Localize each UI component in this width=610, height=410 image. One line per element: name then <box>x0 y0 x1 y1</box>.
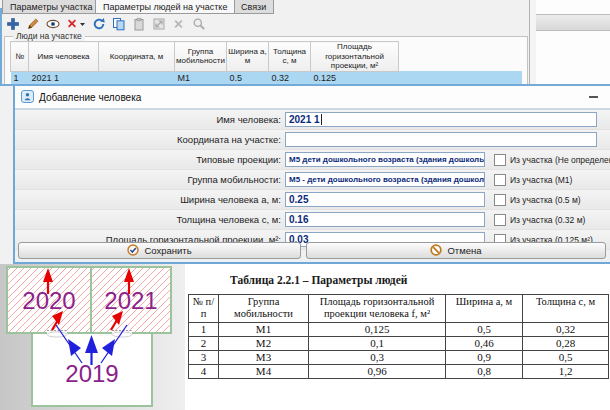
tab-label: Параметры людей на участке <box>103 2 227 12</box>
cancel-icon <box>430 244 442 258</box>
dialog-title-bar[interactable]: Добавление человека <box>15 86 610 110</box>
col-depth: Толщина с, м <box>269 42 311 72</box>
doc-col-area: Площадь горизонтальной проекции человека… <box>309 295 446 323</box>
people-groupbox: Люди на участке № Имя человека Координат… <box>4 36 528 86</box>
typical-projections-dropdown[interactable]: М5 дети дошкольного возраста (здания дош… <box>285 152 485 167</box>
name-input[interactable]: 2021 1 <box>285 112 597 127</box>
tab-site-params[interactable]: Параметры участка <box>2 0 100 14</box>
field-row-width: Ширина человека а, м: 0.25 Из участка (0… <box>15 190 610 210</box>
field-label: Группа мобильности: <box>15 174 285 185</box>
doc-col-num: № п/п <box>189 295 219 323</box>
dropdown-value: М5 дети дошкольного возраста (здания дош… <box>289 155 485 164</box>
width-input[interactable]: 0.25 <box>285 192 485 207</box>
depth-input[interactable]: 0.16 <box>285 212 485 227</box>
tab-label: Параметры участка <box>10 2 92 12</box>
main-window: Параметры участка Параметры людей на уча… <box>0 0 529 84</box>
from-site-checkbox-depth[interactable]: Из участка (0.32 м) <box>494 214 585 226</box>
year-label-2020: 2020 <box>22 287 75 314</box>
doc-table-row: 1 М1 0,125 0,5 0,32 <box>189 322 609 336</box>
from-site-checkbox-projections[interactable]: Из участка (Не определено) <box>494 154 610 166</box>
col-width: Ширина а, м <box>227 42 269 72</box>
view-eye-icon[interactable] <box>44 16 61 33</box>
refresh-icon[interactable] <box>90 16 107 33</box>
table-caption: Таблица 2.2.1 – Параметры людей <box>230 274 407 286</box>
field-row-mobility-group: Группа мобильности: М5 - дети дошкольног… <box>15 170 610 190</box>
doc-table-row: 3 М3 0,3 0,9 0,5 <box>189 350 609 364</box>
doc-table-row: 2 М2 0,1 0,46 0,28 <box>189 336 609 350</box>
cell-name: 2021 1 <box>29 71 99 85</box>
panel-strip <box>536 14 610 31</box>
dropdown-value: М5 - дети дошкольного возраста (здания д… <box>289 175 485 184</box>
coordinate-input[interactable] <box>285 132 597 147</box>
clear-icon <box>170 16 187 33</box>
paste-icon <box>130 16 147 33</box>
input-value: 0.25 <box>289 194 308 205</box>
side-panel <box>536 0 610 84</box>
add-icon[interactable] <box>4 16 21 33</box>
input-value: 2021 1 <box>289 114 320 125</box>
save-label: Сохранить <box>144 245 191 256</box>
tab-links[interactable]: Связи <box>233 0 274 14</box>
cancel-label: Отмена <box>447 245 481 256</box>
doc-col-group: Группа мобильности <box>219 295 309 323</box>
cancel-button[interactable]: Отмена <box>306 242 606 259</box>
zoom-icon <box>190 16 207 33</box>
col-group: Группа мобильности <box>175 42 227 72</box>
col-area: Площадь горизонтальной проекции, м² <box>311 42 399 72</box>
checkbox-icon <box>494 214 506 226</box>
mobility-group-dropdown[interactable]: М5 - дети дошкольного возраста (здания д… <box>285 172 485 187</box>
checkbox-label: Из участка (0.5 м) <box>510 195 581 205</box>
evacuation-diagram: 2020 2021 2019 <box>0 264 185 410</box>
cell-area: 0.125 <box>311 71 399 85</box>
col-coord: Координата, м <box>99 42 175 72</box>
document-area: Таблица 2.2.1 – Параметры людей № п/п Гр… <box>185 264 610 410</box>
cell-num: 1 <box>11 71 29 85</box>
window-border <box>0 8 2 84</box>
people-table-header: № Имя человека Координата, м Группа моби… <box>11 42 523 72</box>
doc-col-depth: Толщина с, м <box>523 295 609 323</box>
delete-icon[interactable] <box>64 16 87 33</box>
doc-col-width: Ширина а, м <box>446 295 523 323</box>
save-button[interactable]: Сохранить <box>18 242 301 259</box>
edit-pencil-icon[interactable] <box>24 16 41 33</box>
doc-table-header: № п/п Группа мобильности Площадь горизон… <box>189 295 609 323</box>
field-row-coordinate: Координата на участке: <box>15 130 610 150</box>
copy-icon[interactable] <box>110 16 127 33</box>
from-site-checkbox-width[interactable]: Из участка (0.5 м) <box>494 194 581 206</box>
field-row-depth: Толщина человека с, м: 0.16 Из участка (… <box>15 210 610 230</box>
cell-depth: 0.32 <box>269 71 311 85</box>
screen: Параметры участка Параметры людей на уча… <box>0 0 610 410</box>
field-label: Типовые проекции: <box>15 154 285 165</box>
tab-label: Связи <box>241 2 266 12</box>
text-cursor <box>321 114 322 125</box>
col-num: № <box>11 42 29 72</box>
from-site-checkbox-mobility[interactable]: Из участка (М1) <box>494 174 572 186</box>
checkbox-label: Из участка (Не определено) <box>510 155 610 165</box>
field-label: Ширина человека а, м: <box>15 194 285 205</box>
field-label: Толщина человека с, м: <box>15 214 285 225</box>
people-table: № Имя человека Координата, м Группа моби… <box>10 41 522 85</box>
groupbox-title: Люди на участке <box>13 31 85 41</box>
field-row-name: Имя человека: 2021 1 <box>15 110 610 130</box>
save-check-icon <box>127 244 139 258</box>
fit-icon <box>150 16 167 33</box>
field-label: Координата на участке: <box>15 134 285 145</box>
table-row[interactable]: 1 2021 1 М1 0.5 0.32 0.125 <box>11 71 523 85</box>
col-name: Имя человека <box>29 42 99 72</box>
dialog-icon <box>21 90 34 105</box>
document-table: № п/п Группа мобильности Площадь горизон… <box>188 294 609 379</box>
cell-width: 0.5 <box>227 71 269 85</box>
checkbox-icon <box>494 154 506 166</box>
tab-people-params[interactable]: Параметры людей на участке <box>95 0 235 14</box>
checkbox-label: Из участка (0.32 м) <box>510 215 585 225</box>
minimize-icon[interactable] <box>589 96 598 98</box>
cell-coord <box>99 71 175 85</box>
col-filler <box>399 42 523 72</box>
checkbox-icon <box>494 194 506 206</box>
field-row-typical-projections: Типовые проекции: М5 дети дошкольного во… <box>15 150 610 170</box>
checkbox-label: Из участка (М1) <box>510 175 572 185</box>
add-person-dialog: Добавление человека Имя человека: 2021 1… <box>13 86 610 264</box>
cell-group: М1 <box>175 71 227 85</box>
year-label-2021: 2021 <box>104 287 157 314</box>
year-label-2019: 2019 <box>65 360 118 387</box>
